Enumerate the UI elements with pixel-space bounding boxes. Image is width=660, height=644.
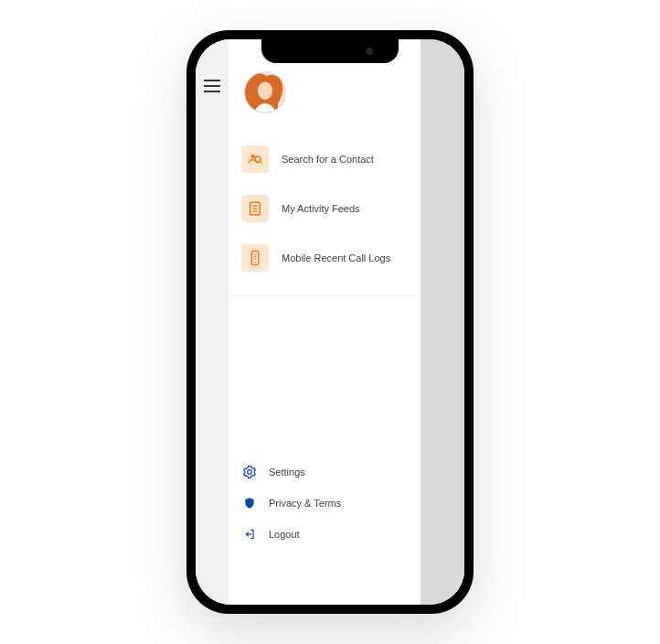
phone-mockup: Search for a Contact bbox=[186, 30, 474, 614]
side-drawer: Search for a Contact bbox=[229, 39, 420, 605]
svg-point-2 bbox=[251, 155, 256, 159]
menu-item-logout[interactable]: Logout bbox=[241, 519, 408, 550]
phone-bezel: Search for a Contact bbox=[196, 39, 464, 605]
gear-icon bbox=[241, 464, 258, 480]
phone-notch bbox=[261, 39, 399, 63]
left-rail bbox=[196, 39, 229, 605]
document-icon bbox=[241, 195, 269, 222]
svg-point-13 bbox=[254, 262, 256, 263]
screen: Search for a Contact bbox=[196, 39, 464, 605]
phone-log-icon bbox=[241, 244, 269, 272]
logout-icon bbox=[241, 526, 258, 542]
phone-frame: Search for a Contact bbox=[186, 30, 474, 614]
menu-item-settings[interactable]: Settings bbox=[241, 456, 408, 488]
menu-item-activity-feeds[interactable]: My Activity Feeds bbox=[241, 188, 408, 230]
svg-line-4 bbox=[260, 161, 261, 163]
hamburger-icon[interactable] bbox=[204, 80, 220, 92]
menu-label: My Activity Feeds bbox=[282, 203, 360, 214]
menu-item-privacy[interactable]: Privacy & Terms bbox=[241, 488, 408, 519]
menu-item-search-contact[interactable]: Search for a Contact bbox=[241, 138, 408, 180]
secondary-menu: Settings Privacy & Terms bbox=[229, 456, 420, 605]
menu-label: Settings bbox=[269, 467, 305, 478]
menu-label: Privacy & Terms bbox=[269, 498, 341, 509]
primary-menu: Search for a Contact bbox=[229, 138, 420, 279]
menu-item-call-logs[interactable]: Mobile Recent Call Logs bbox=[241, 237, 408, 279]
shield-icon bbox=[241, 495, 258, 511]
menu-label: Mobile Recent Call Logs bbox=[282, 252, 390, 263]
svg-point-1 bbox=[258, 81, 272, 100]
search-contacts-icon bbox=[241, 145, 269, 173]
menu-label: Logout bbox=[269, 529, 300, 540]
backdrop bbox=[420, 39, 464, 605]
spacer bbox=[229, 296, 420, 456]
svg-point-3 bbox=[255, 156, 261, 162]
avatar[interactable] bbox=[245, 72, 285, 113]
menu-label: Search for a Contact bbox=[282, 154, 374, 165]
